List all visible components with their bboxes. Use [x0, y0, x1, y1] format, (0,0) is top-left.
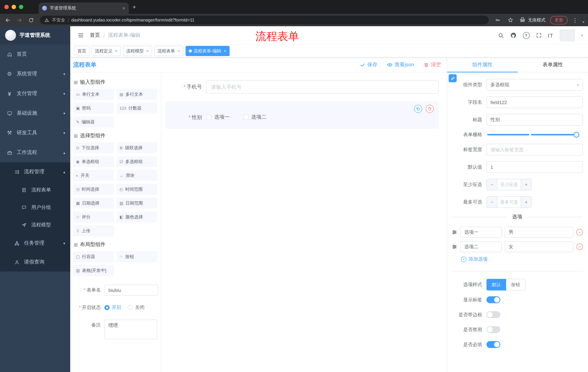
max-select-input[interactable] — [497, 197, 521, 207]
palette-item-checkbox-group[interactable]: ☑多选框组 — [117, 156, 157, 167]
tag-close-icon[interactable]: × — [115, 48, 117, 53]
gender-option-1-checkbox[interactable]: 选项一 — [206, 114, 230, 120]
tab-close-icon[interactable]: × — [122, 5, 125, 11]
palette-item-counter[interactable]: 123计数器 — [117, 103, 157, 114]
phone-input[interactable] — [206, 80, 439, 94]
remove-option-icon[interactable]: − — [576, 244, 583, 250]
status-off-radio[interactable]: 关闭 — [128, 304, 145, 311]
tab-component-props[interactable]: 组件属性 — [447, 57, 518, 72]
sidebar-item-process-form[interactable]: 流程表单 — [0, 181, 70, 199]
option-style-default-button[interactable]: 默认 — [486, 279, 506, 290]
tag-process-form-edit[interactable]: 流程表单-编辑× — [186, 46, 230, 56]
tag-home[interactable]: 首页 — [74, 46, 90, 56]
increase-icon[interactable]: + — [521, 197, 531, 207]
palette-item-cascader[interactable]: ≣级联选择 — [117, 142, 157, 153]
option-label-input[interactable] — [460, 227, 502, 238]
tag-process-model[interactable]: 流程模型× — [123, 46, 152, 56]
hamburger-icon[interactable] — [70, 26, 87, 44]
sidebar-item-payment[interactable]: ¥ 支付管理 ▾ — [0, 84, 70, 103]
form-name-input[interactable] — [105, 285, 158, 296]
zoom-window-button[interactable] — [19, 5, 23, 9]
tag-process-definition[interactable]: 流程定义× — [92, 46, 121, 56]
save-button[interactable]: 保存 — [360, 62, 378, 68]
palette-item-select[interactable]: ⊙下拉选择 — [73, 142, 114, 153]
sidebar-item-system[interactable]: ⚙ 系统管理 ▾ — [0, 64, 70, 84]
minimize-window-button[interactable] — [12, 5, 16, 9]
decrease-icon[interactable]: − — [487, 197, 497, 207]
breadcrumb-home[interactable]: 首页 — [90, 32, 100, 39]
profile-chevron-icon[interactable]: ▾ — [583, 20, 584, 24]
browser-menu-icon[interactable]: ⋮ — [572, 17, 578, 23]
palette-item-rate[interactable]: ☆评分 — [73, 212, 114, 223]
palette-item-date-picker[interactable]: ▦日期选择 — [73, 198, 114, 209]
fullscreen-icon[interactable] — [536, 32, 542, 38]
default-value-input[interactable] — [486, 161, 583, 173]
sidebar-item-devtools[interactable]: ⚒ 研发工具 ▾ — [0, 123, 70, 143]
bookmark-star-icon[interactable] — [506, 16, 514, 24]
tag-process-form[interactable]: 流程表单× — [154, 46, 183, 56]
option-value-input[interactable] — [505, 241, 573, 252]
palette-item-switch[interactable]: ◐开关 — [73, 170, 114, 181]
toggle-switch[interactable] — [486, 311, 500, 318]
sidebar-item-workflow[interactable]: 工作流程 ▴ — [0, 143, 70, 162]
sidebar-item-infra[interactable]: 基础设施 ▾ — [0, 103, 70, 123]
tag-close-icon[interactable]: × — [224, 48, 226, 53]
slider-handle[interactable] — [573, 132, 579, 138]
palette-item-table[interactable]: ▥表格[开发中] — [73, 265, 114, 276]
palette-item-date-range[interactable]: ▧日期范围 — [117, 198, 157, 209]
sidebar-item-process-mgmt[interactable]: 流程管理 ▴ — [0, 162, 70, 181]
tab-form-props[interactable]: 表单属性 — [518, 57, 588, 72]
delete-widget-icon[interactable] — [426, 105, 434, 113]
option-label-input[interactable] — [460, 241, 502, 252]
drag-handle-icon[interactable] — [452, 244, 457, 250]
toggle-switch[interactable] — [486, 296, 500, 303]
reload-icon[interactable] — [27, 16, 35, 24]
drag-handle-icon[interactable] — [452, 229, 457, 235]
palette-item-editor[interactable]: ✎编辑器 — [73, 117, 114, 128]
password-key-icon[interactable] — [494, 16, 502, 24]
form-remark-textarea[interactable]: 嘿嘿 — [105, 319, 157, 339]
sidebar-item-leave-query[interactable]: 请假查询 — [0, 253, 70, 272]
sidebar-item-process-model[interactable]: 流程模型 — [0, 216, 70, 234]
min-select-input[interactable] — [497, 179, 521, 190]
font-size-icon[interactable]: tT — [548, 32, 553, 38]
palette-item-time-range[interactable]: ◴时间范围 — [117, 184, 157, 195]
view-json-button[interactable]: 查看json — [387, 62, 414, 68]
label-width-input[interactable] — [486, 144, 583, 155]
address-bar[interactable]: 不安全 dashboard.yudao.iocoder.cn/bpm/manag… — [40, 16, 489, 24]
sidebar-logo[interactable]: 芋道管理系统 — [0, 26, 70, 44]
status-on-radio[interactable]: 开启 — [105, 304, 121, 311]
update-button[interactable]: 更新 — [550, 16, 568, 24]
title-input[interactable] — [486, 114, 583, 126]
palette-item-upload[interactable]: ⇧上传 — [73, 225, 114, 236]
copy-widget-icon[interactable] — [414, 105, 422, 113]
palette-item-color-picker[interactable]: ◧颜色选择 — [117, 212, 157, 223]
link-icon[interactable] — [449, 74, 457, 82]
option-value-input[interactable] — [505, 227, 573, 238]
new-tab-button[interactable]: + — [132, 4, 136, 10]
toggle-switch[interactable] — [486, 341, 500, 348]
remove-option-icon[interactable]: − — [576, 229, 583, 235]
palette-item-time-picker[interactable]: ◷时间选择 — [73, 184, 114, 195]
selected-widget-gender[interactable]: *性别 选项一 选项二 — [166, 102, 439, 129]
tag-close-icon[interactable]: × — [178, 48, 180, 53]
palette-item-slider[interactable]: ↔滑块 — [117, 170, 157, 181]
sidebar-item-user-group[interactable]: 用户分组 — [0, 199, 70, 216]
back-icon[interactable] — [4, 16, 12, 24]
clear-button[interactable]: 清空 — [423, 62, 441, 68]
component-type-select[interactable]: 多选框组 ▾ — [486, 79, 583, 91]
palette-item-multi-text[interactable]: ▤多行文本 — [117, 89, 157, 100]
user-avatar[interactable] — [560, 30, 575, 41]
palette-item-single-text[interactable]: ▭单行文本 — [73, 89, 114, 100]
browser-tab[interactable]: 芋道管理系统 × — [39, 2, 129, 14]
toggle-switch[interactable] — [486, 326, 500, 333]
forward-icon[interactable] — [15, 16, 23, 24]
form-grid-slider[interactable] — [487, 134, 576, 135]
gender-option-2-checkbox[interactable]: 选项二 — [243, 114, 266, 120]
option-style-button-button[interactable]: 按钮 — [506, 279, 525, 290]
field-name-input[interactable] — [486, 96, 583, 108]
close-window-button[interactable] — [4, 5, 9, 9]
sidebar-item-task-mgmt[interactable]: 任务管理 ▾ — [0, 234, 70, 253]
search-icon[interactable] — [498, 32, 504, 38]
palette-item-password[interactable]: ▣密码 — [73, 103, 114, 114]
